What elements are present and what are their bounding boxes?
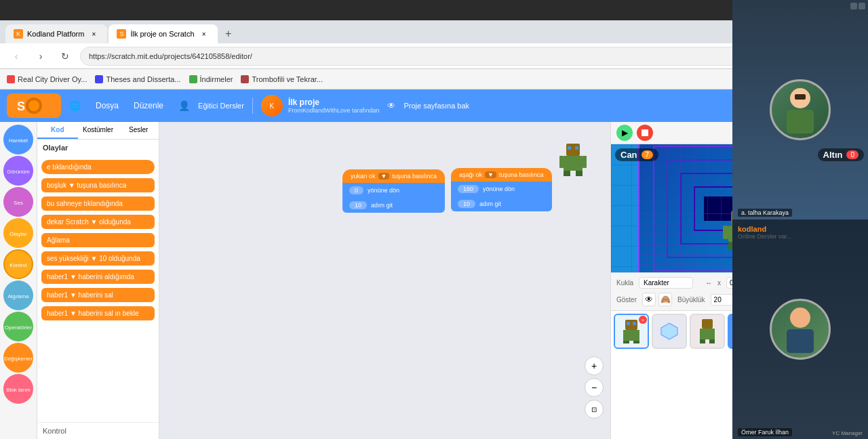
- script-block-1[interactable]: yukarı ok ▼ tuşuna basılınca 0 yönüne dö…: [342, 169, 445, 213]
- sprite-delete-1[interactable]: ×: [639, 316, 647, 324]
- svg-rect-23: [633, 322, 636, 325]
- block-sahneye-tiklandiginda[interactable]: bu sahneye tıklandığında: [41, 196, 155, 211]
- hat-block-2[interactable]: aşağı ok ▼ tuşuna basılınca: [451, 168, 552, 182]
- scratch-logo[interactable]: S: [7, 93, 61, 118]
- category-hareket[interactable]: Hareket: [3, 125, 33, 154]
- tab-favicon-scratch: S: [117, 29, 126, 39]
- tab-kod[interactable]: Kod: [37, 122, 78, 139]
- block-tusuna-basilinca[interactable]: boşluk ▼ tuşuna basılınca: [41, 178, 155, 192]
- svg-text:S: S: [17, 100, 25, 113]
- project-name[interactable]: İlk proje: [288, 98, 380, 107]
- person2-avatar: [770, 299, 831, 360]
- category-algilama[interactable]: Algılama: [3, 280, 33, 310]
- browser-tab-kodland[interactable]: K Kodland Platform ×: [5, 24, 107, 43]
- kukla-label: Kukla: [616, 279, 633, 287]
- browser-tab-scratch[interactable]: S İlk proje on Scratch ×: [108, 24, 217, 43]
- svg-rect-28: [702, 319, 713, 329]
- block-haber1-aldigimda[interactable]: haber1 ▼ haberini aldığımda: [41, 270, 155, 284]
- person2-name: Ömer Faruk İlhan: [738, 428, 792, 436]
- svg-rect-8: [576, 171, 583, 176]
- new-tab-button[interactable]: +: [219, 24, 238, 43]
- green-flag-button[interactable]: ▶: [616, 125, 633, 141]
- bookmark-4-label: Trombofili ve Tekrar...: [252, 75, 323, 83]
- forward-button[interactable]: ›: [31, 47, 50, 66]
- zoom-controls: + − ⊡: [585, 356, 604, 419]
- svg-rect-7: [564, 171, 570, 176]
- block-haber1-sal-bekle[interactable]: haber1 ▼ haberini sal ın bekle: [41, 306, 155, 320]
- view-page-label[interactable]: Proje sayfasına bak: [403, 102, 469, 110]
- block-e-tiklandiginda[interactable]: e tıklandığında: [41, 160, 155, 174]
- block-haber1-sal[interactable]: haber1 ▼ haberini sal: [41, 288, 155, 302]
- hide-eye-button[interactable]: 🙈: [658, 293, 672, 306]
- bookmark-1-label: Real City Driver Oy...: [18, 75, 87, 83]
- size-input[interactable]: [711, 294, 734, 306]
- sprite-thumb-2[interactable]: [652, 314, 687, 349]
- category-gorunum[interactable]: Görünüm: [3, 156, 33, 186]
- tab-kod-label: Kod: [51, 126, 64, 133]
- command-block-2a[interactable]: 180 yönüne dön: [451, 182, 552, 196]
- show-eye-button[interactable]: 👁: [642, 293, 656, 306]
- bottom-section-label: Kontrol: [43, 427, 66, 435]
- block-deka-scratch[interactable]: dеkar Scratch ▼ olduğunda: [41, 215, 155, 229]
- category-olaylar[interactable]: Olaylar: [3, 218, 33, 248]
- tab-label-scratch: İlk proje on Scratch: [130, 30, 194, 38]
- hat-block-1[interactable]: yukarı ok ▼ tuşuna basılınca: [342, 169, 445, 183]
- category-degiskenler[interactable]: Değişkenler: [3, 343, 33, 373]
- scratch-menu: Dosya Düzenle: [89, 97, 170, 114]
- block-categories-sidebar: Hareket Görünüm Ses Olaylar Kontrol Algı…: [0, 122, 37, 439]
- block-ses-yuksekligi[interactable]: ses yüksekliği ▼ 10 olduğunda: [41, 251, 155, 266]
- svg-rect-29: [700, 329, 715, 339]
- command-block-1a[interactable]: 0 yönüne dön: [342, 183, 445, 198]
- bookmark-2[interactable]: Theses and Disserta...: [95, 75, 180, 83]
- category-kontrol[interactable]: Kontrol: [3, 249, 33, 279]
- menu-dosya[interactable]: Dosya: [89, 97, 125, 114]
- tab-sesler-label: Sesler: [129, 126, 148, 133]
- tab-close-kodland[interactable]: ×: [88, 28, 99, 39]
- kodland-tagline: Online Dersler var...: [738, 233, 792, 240]
- sprite-thumb-3[interactable]: [690, 314, 725, 349]
- address-input[interactable]: https://scratch.mit.edu/projects/6421058…: [80, 47, 779, 66]
- editor-main: Hareket Görünüm Ses Olaylar Kontrol Algı…: [0, 122, 868, 439]
- scripts-canvas[interactable]: yukarı ok ▼ tuşuna basılınca 0 yönüne dö…: [159, 122, 610, 439]
- tab-kostumler-label: Kostümler: [83, 126, 113, 133]
- category-ses[interactable]: Ses: [3, 187, 33, 217]
- blocks-section-header: Olaylar: [37, 140, 159, 156]
- bookmark-2-label: Theses and Disserta...: [106, 75, 180, 83]
- script-block-2[interactable]: aşağı ok ▼ tuşuna basılınca 180 yönüne d…: [451, 168, 552, 211]
- svg-rect-31: [709, 339, 715, 343]
- project-author: FromKodlandWithLove tarafından: [288, 107, 380, 114]
- bookmark-4[interactable]: Trombofili ve Tekrar...: [241, 75, 323, 83]
- menu-duzenle[interactable]: Düzenle: [127, 97, 170, 114]
- editor-tabs: Kod Kostümler Sesler: [37, 122, 159, 140]
- category-bloklarim-label: Blok larım: [6, 387, 31, 393]
- back-button[interactable]: ‹: [7, 47, 26, 66]
- user-avatar: K: [261, 95, 283, 117]
- tab-sesler[interactable]: Sesler: [118, 122, 159, 139]
- zoom-fit-button[interactable]: ⊡: [585, 400, 604, 419]
- tab-kostumler[interactable]: Kostümler: [78, 122, 119, 139]
- project-title-area: K İlk proje FromKodlandWithLove tarafınd…: [261, 95, 380, 117]
- command-block-2b[interactable]: 10 adım git: [451, 196, 552, 211]
- tab-close-scratch[interactable]: ×: [199, 28, 210, 39]
- altin-hud: Altın 0: [818, 148, 864, 161]
- globe-icon[interactable]: 🌐: [69, 100, 81, 111]
- bookmark-1[interactable]: Real City Driver Oy...: [7, 75, 87, 83]
- svg-rect-33: [787, 122, 814, 133]
- teacher-label[interactable]: Eğitici Dersler: [198, 102, 244, 110]
- category-bloklarim[interactable]: Blok larım: [3, 374, 33, 404]
- bookmark-3[interactable]: İndirmeler: [189, 75, 233, 83]
- zoom-in-button[interactable]: +: [585, 356, 604, 375]
- command-block-1b[interactable]: 10 adım git: [342, 198, 445, 213]
- reload-button[interactable]: ↻: [56, 47, 75, 66]
- category-hareket-label: Hareket: [9, 138, 28, 144]
- svg-rect-5: [575, 146, 578, 150]
- svg-rect-9: [559, 156, 564, 168]
- sprite-name-input[interactable]: [639, 277, 693, 289]
- category-operatorler[interactable]: Operatörler: [3, 312, 33, 341]
- zoom-out-button[interactable]: −: [585, 378, 604, 397]
- sprite-thumb-1[interactable]: ×: [614, 314, 649, 349]
- stop-button[interactable]: [637, 125, 653, 141]
- block-aglama[interactable]: Ağlama: [41, 233, 155, 247]
- category-operatorler-label: Operatörler: [5, 325, 32, 331]
- category-degiskenler-label: Değişkenler: [4, 356, 33, 362]
